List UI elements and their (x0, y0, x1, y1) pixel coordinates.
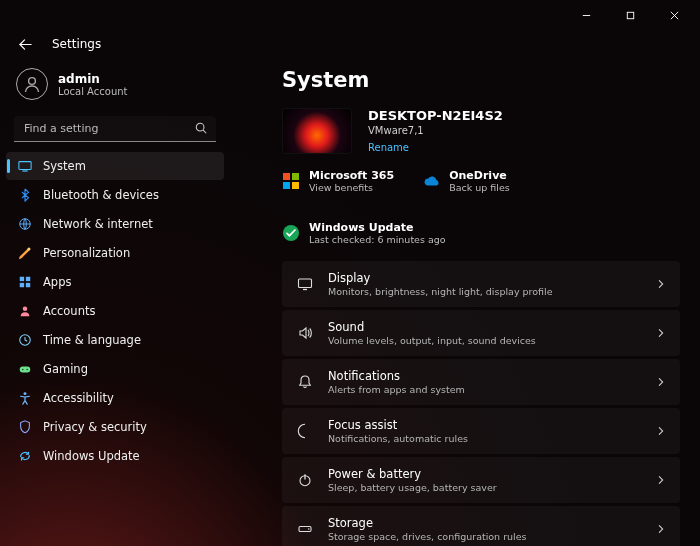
promo-sub: View benefits (309, 182, 394, 193)
back-button[interactable] (14, 33, 36, 55)
promo-title: Windows Update (309, 221, 446, 234)
maximize-button[interactable] (608, 0, 652, 30)
sound-icon (296, 324, 314, 342)
sidebar-item-privacy[interactable]: Privacy & security (6, 413, 224, 441)
gaming-icon (18, 362, 32, 376)
device-block: DESKTOP-N2EI4S2 VMware7,1 Rename (282, 108, 680, 155)
power-icon (296, 471, 314, 489)
notifications-icon (296, 373, 314, 391)
promo-row: Microsoft 365View benefitsOneDriveBack u… (282, 169, 680, 245)
system-icon (18, 159, 32, 173)
chevron-right-icon (656, 377, 666, 387)
display-icon (296, 275, 314, 293)
close-icon (669, 10, 680, 21)
promo-onedrive[interactable]: OneDriveBack up files (422, 169, 510, 193)
sidebar-item-label: Accessibility (43, 391, 114, 405)
row-title: Focus assist (328, 418, 642, 432)
search-box (14, 116, 216, 142)
chevron-right-icon (656, 279, 666, 289)
sidebar-item-label: Accounts (43, 304, 95, 318)
onedrive-icon (422, 172, 440, 190)
minimize-button[interactable] (564, 0, 608, 30)
promo-m365[interactable]: Microsoft 365View benefits (282, 169, 394, 193)
main-panel: System DESKTOP-N2EI4S2 VMware7,1 Rename … (230, 62, 700, 546)
promo-title: Microsoft 365 (309, 169, 394, 182)
settings-row-sound[interactable]: SoundVolume levels, output, input, sound… (282, 310, 680, 356)
device-name: DESKTOP-N2EI4S2 (368, 108, 503, 123)
sidebar-item-label: Windows Update (43, 449, 140, 463)
personalization-icon (18, 246, 32, 260)
sidebar-item-time[interactable]: Time & language (6, 326, 224, 354)
page-title: System (282, 68, 680, 92)
update-status-icon (282, 224, 300, 242)
accounts-icon (18, 304, 32, 318)
focus-icon (296, 422, 314, 440)
row-sub: Monitors, brightness, night light, displ… (328, 286, 642, 297)
search-input[interactable] (14, 116, 216, 142)
sidebar-item-label: Gaming (43, 362, 88, 376)
sidebar-item-label: Privacy & security (43, 420, 147, 434)
promo-sub: Back up files (449, 182, 510, 193)
network-icon (18, 217, 32, 231)
settings-list: DisplayMonitors, brightness, night light… (282, 261, 680, 546)
row-title: Display (328, 271, 642, 285)
chevron-right-icon (656, 524, 666, 534)
titlebar (0, 0, 700, 30)
account-name: admin (58, 72, 127, 86)
settings-row-notifications[interactable]: NotificationsAlerts from apps and system (282, 359, 680, 405)
back-icon (18, 37, 33, 52)
chevron-right-icon (656, 426, 666, 436)
app-title: Settings (52, 37, 101, 51)
accessibility-icon (18, 391, 32, 405)
content: admin Local Account SystemBluetooth & de… (0, 62, 700, 546)
sidebar-item-label: Bluetooth & devices (43, 188, 159, 202)
avatar (16, 68, 48, 100)
rename-link[interactable]: Rename (368, 142, 409, 153)
promo-update-status[interactable]: Windows UpdateLast checked: 6 minutes ag… (282, 221, 446, 245)
sidebar-item-update[interactable]: Windows Update (6, 442, 224, 470)
row-sub: Sleep, battery usage, battery saver (328, 482, 642, 493)
maximize-icon (625, 10, 636, 21)
row-title: Sound (328, 320, 642, 334)
sidebar-item-label: Network & internet (43, 217, 153, 231)
sidebar-item-apps[interactable]: Apps (6, 268, 224, 296)
row-title: Notifications (328, 369, 642, 383)
search-icon (194, 121, 208, 135)
settings-row-display[interactable]: DisplayMonitors, brightness, night light… (282, 261, 680, 307)
settings-row-storage[interactable]: StorageStorage space, drives, configurat… (282, 506, 680, 546)
row-sub: Alerts from apps and system (328, 384, 642, 395)
person-icon (22, 74, 42, 94)
settings-row-focus[interactable]: Focus assistNotifications, automatic rul… (282, 408, 680, 454)
sidebar-item-accessibility[interactable]: Accessibility (6, 384, 224, 412)
storage-icon (296, 520, 314, 538)
sidebar-item-label: Time & language (43, 333, 141, 347)
row-sub: Notifications, automatic rules (328, 433, 642, 444)
row-sub: Volume levels, output, input, sound devi… (328, 335, 642, 346)
chevron-right-icon (656, 328, 666, 338)
minimize-icon (581, 10, 592, 21)
sidebar-item-accounts[interactable]: Accounts (6, 297, 224, 325)
sidebar-item-label: Apps (43, 275, 71, 289)
settings-row-power[interactable]: Power & batterySleep, battery usage, bat… (282, 457, 680, 503)
row-title: Power & battery (328, 467, 642, 481)
sidebar-item-personalization[interactable]: Personalization (6, 239, 224, 267)
close-button[interactable] (652, 0, 696, 30)
sidebar-item-label: Personalization (43, 246, 130, 260)
chevron-right-icon (656, 475, 666, 485)
row-sub: Storage space, drives, configuration rul… (328, 531, 642, 542)
privacy-icon (18, 420, 32, 434)
sidebar-item-system[interactable]: System (6, 152, 224, 180)
account-card[interactable]: admin Local Account (6, 62, 224, 114)
promo-sub: Last checked: 6 minutes ago (309, 234, 446, 245)
promo-title: OneDrive (449, 169, 510, 182)
bluetooth-icon (18, 188, 32, 202)
sidebar-item-bluetooth[interactable]: Bluetooth & devices (6, 181, 224, 209)
sidebar-nav: SystemBluetooth & devicesNetwork & inter… (6, 152, 224, 470)
header: Settings (0, 30, 700, 58)
sidebar-item-gaming[interactable]: Gaming (6, 355, 224, 383)
sidebar-item-network[interactable]: Network & internet (6, 210, 224, 238)
apps-icon (18, 275, 32, 289)
account-sub: Local Account (58, 86, 127, 97)
m365-icon (282, 172, 300, 190)
row-title: Storage (328, 516, 642, 530)
